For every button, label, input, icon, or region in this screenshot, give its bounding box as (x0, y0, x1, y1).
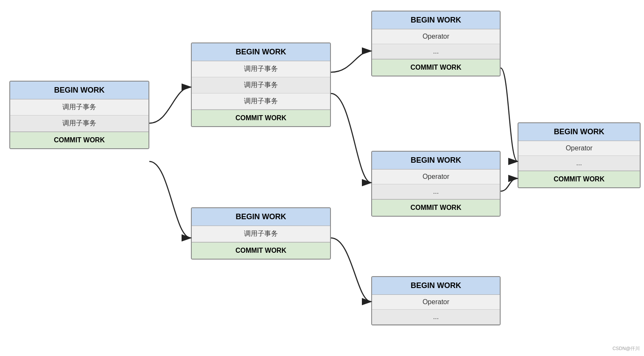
box4-row-2: ... (372, 44, 500, 59)
box7-header: BEGIN WORK (518, 123, 640, 141)
box2-row-1: 调用子事务 (192, 61, 330, 77)
watermark: CSDN@仟川 (613, 345, 640, 352)
box6-row-1: Operator (372, 295, 500, 310)
diagram-container: BEGIN WORK 调用子事务 调用子事务 COMMIT WORK BEGIN… (0, 0, 644, 356)
arrow-box1-to-box2 (149, 87, 191, 123)
box1-header: BEGIN WORK (10, 82, 148, 99)
box3-header: BEGIN WORK (192, 208, 330, 226)
box3-row-1: 调用子事务 (192, 226, 330, 242)
box5-header: BEGIN WORK (372, 152, 500, 170)
arrow-box3-to-box6 (331, 238, 371, 302)
box4-row-1: Operator (372, 29, 500, 44)
transaction-box-4: BEGIN WORK Operator ... COMMIT WORK (371, 11, 501, 76)
box5-row-1: Operator (372, 170, 500, 184)
box7-row-1: Operator (518, 141, 640, 156)
box2-header: BEGIN WORK (192, 43, 330, 61)
transaction-box-1: BEGIN WORK 调用子事务 调用子事务 COMMIT WORK (9, 81, 149, 149)
box1-footer: COMMIT WORK (10, 132, 148, 148)
box5-row-2: ... (372, 184, 500, 199)
arrow-box5-to-box7 (501, 178, 518, 191)
box6-row-2: ... (372, 310, 500, 325)
arrow-box2-to-box5 (331, 93, 371, 183)
box1-row-1: 调用子事务 (10, 99, 148, 116)
transaction-box-3: BEGIN WORK 调用子事务 COMMIT WORK (191, 207, 331, 260)
box2-row-3: 调用子事务 (192, 93, 330, 110)
box6-header: BEGIN WORK (372, 277, 500, 295)
box4-header: BEGIN WORK (372, 11, 500, 29)
box2-row-2: 调用子事务 (192, 77, 330, 93)
box7-row-2: ... (518, 156, 640, 171)
transaction-box-5: BEGIN WORK Operator ... COMMIT WORK (371, 151, 501, 217)
transaction-box-2: BEGIN WORK 调用子事务 调用子事务 调用子事务 COMMIT WORK (191, 42, 331, 127)
arrow-box1-to-box3 (149, 161, 191, 238)
box2-footer: COMMIT WORK (192, 110, 330, 126)
box7-footer: COMMIT WORK (518, 171, 640, 187)
box5-footer: COMMIT WORK (372, 199, 500, 216)
transaction-box-6: BEGIN WORK Operator ... (371, 276, 501, 325)
box4-footer: COMMIT WORK (372, 59, 500, 76)
arrow-box2-to-box4 (331, 51, 371, 72)
box3-footer: COMMIT WORK (192, 242, 330, 259)
box1-row-2: 调用子事务 (10, 116, 148, 132)
transaction-box-7: BEGIN WORK Operator ... COMMIT WORK (518, 122, 641, 188)
arrow-box4-to-box7 (501, 68, 518, 161)
